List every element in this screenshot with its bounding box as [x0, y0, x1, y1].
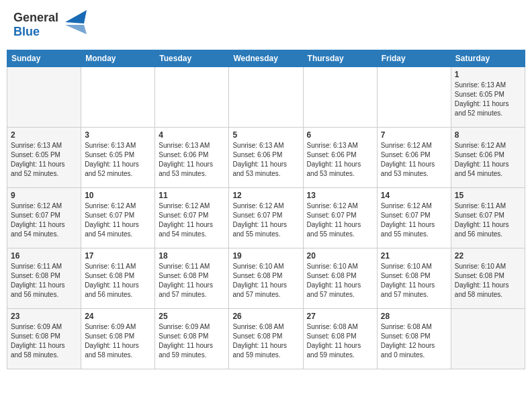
calendar-body: 1Sunrise: 6:13 AM Sunset: 6:05 PM Daylig…	[7, 67, 525, 369]
day-number: 24	[85, 312, 151, 321]
weekday-header-wednesday: Wednesday	[229, 50, 303, 67]
day-info: Sunrise: 6:12 AM Sunset: 6:07 PM Dayligh…	[85, 201, 151, 239]
calendar-cell: 28Sunrise: 6:08 AM Sunset: 6:08 PM Dayli…	[377, 309, 451, 369]
calendar-cell: 10Sunrise: 6:12 AM Sunset: 6:07 PM Dayli…	[81, 188, 155, 248]
weekday-header-tuesday: Tuesday	[155, 50, 229, 67]
day-info: Sunrise: 6:13 AM Sunset: 6:05 PM Dayligh…	[85, 141, 151, 179]
day-info: Sunrise: 6:09 AM Sunset: 6:08 PM Dayligh…	[85, 322, 151, 360]
day-info: Sunrise: 6:08 AM Sunset: 6:08 PM Dayligh…	[381, 322, 447, 360]
weekday-header-thursday: Thursday	[303, 50, 377, 67]
day-number: 8	[455, 130, 521, 140]
week-row-5: 23Sunrise: 6:09 AM Sunset: 6:08 PM Dayli…	[7, 309, 525, 369]
day-number: 17	[85, 251, 151, 261]
calendar-cell: 13Sunrise: 6:12 AM Sunset: 6:07 PM Dayli…	[303, 188, 377, 248]
day-info: Sunrise: 6:13 AM Sunset: 6:06 PM Dayligh…	[307, 141, 373, 179]
day-info: Sunrise: 6:13 AM Sunset: 6:05 PM Dayligh…	[455, 81, 521, 118]
weekday-header-friday: Friday	[377, 50, 451, 67]
calendar-cell	[81, 67, 155, 128]
day-number: 6	[307, 130, 373, 140]
calendar-cell: 2Sunrise: 6:13 AM Sunset: 6:05 PM Daylig…	[7, 128, 81, 188]
day-info: Sunrise: 6:12 AM Sunset: 6:07 PM Dayligh…	[11, 201, 77, 239]
logo-text: General Blue	[13, 11, 58, 39]
week-row-4: 16Sunrise: 6:11 AM Sunset: 6:08 PM Dayli…	[7, 248, 525, 309]
day-info: Sunrise: 6:13 AM Sunset: 6:06 PM Dayligh…	[232, 141, 299, 179]
calendar-cell: 16Sunrise: 6:11 AM Sunset: 6:08 PM Dayli…	[7, 248, 81, 309]
day-number: 5	[232, 130, 299, 140]
calendar-cell: 19Sunrise: 6:10 AM Sunset: 6:08 PM Dayli…	[229, 248, 303, 309]
day-number: 13	[307, 191, 373, 200]
calendar-cell: 25Sunrise: 6:09 AM Sunset: 6:08 PM Dayli…	[155, 309, 229, 369]
day-info: Sunrise: 6:11 AM Sunset: 6:07 PM Dayligh…	[455, 201, 521, 239]
day-info: Sunrise: 6:08 AM Sunset: 6:08 PM Dayligh…	[232, 322, 299, 360]
calendar-cell: 6Sunrise: 6:13 AM Sunset: 6:06 PM Daylig…	[303, 128, 377, 188]
calendar-cell: 3Sunrise: 6:13 AM Sunset: 6:05 PM Daylig…	[81, 128, 155, 188]
calendar-cell: 23Sunrise: 6:09 AM Sunset: 6:08 PM Dayli…	[7, 309, 81, 369]
calendar: SundayMondayTuesdayWednesdayThursdayFrid…	[0, 50, 532, 376]
weekday-header-monday: Monday	[81, 50, 155, 67]
day-number: 19	[232, 251, 299, 261]
day-info: Sunrise: 6:11 AM Sunset: 6:08 PM Dayligh…	[11, 262, 77, 300]
calendar-cell: 4Sunrise: 6:13 AM Sunset: 6:06 PM Daylig…	[155, 128, 229, 188]
calendar-cell: 27Sunrise: 6:08 AM Sunset: 6:08 PM Dayli…	[303, 309, 377, 369]
svg-marker-0	[65, 10, 87, 24]
day-number: 26	[232, 312, 299, 321]
day-number: 16	[11, 251, 77, 261]
week-row-1: 1Sunrise: 6:13 AM Sunset: 6:05 PM Daylig…	[7, 67, 525, 128]
calendar-cell	[229, 67, 303, 128]
logo: General Blue	[13, 11, 87, 39]
day-info: Sunrise: 6:09 AM Sunset: 6:08 PM Dayligh…	[11, 322, 77, 360]
day-number: 28	[381, 312, 447, 321]
day-info: Sunrise: 6:09 AM Sunset: 6:08 PM Dayligh…	[159, 322, 225, 360]
calendar-cell: 17Sunrise: 6:11 AM Sunset: 6:08 PM Dayli…	[81, 248, 155, 309]
calendar-cell: 18Sunrise: 6:11 AM Sunset: 6:08 PM Dayli…	[155, 248, 229, 309]
day-info: Sunrise: 6:10 AM Sunset: 6:08 PM Dayligh…	[232, 262, 299, 300]
calendar-cell: 14Sunrise: 6:12 AM Sunset: 6:07 PM Dayli…	[377, 188, 451, 248]
calendar-cell: 5Sunrise: 6:13 AM Sunset: 6:06 PM Daylig…	[229, 128, 303, 188]
day-number: 21	[381, 251, 447, 261]
calendar-cell	[7, 67, 81, 128]
day-number: 2	[11, 130, 77, 140]
svg-marker-1	[65, 25, 87, 34]
day-info: Sunrise: 6:10 AM Sunset: 6:08 PM Dayligh…	[381, 262, 447, 300]
calendar-cell: 7Sunrise: 6:12 AM Sunset: 6:06 PM Daylig…	[377, 128, 451, 188]
calendar-cell	[451, 309, 525, 369]
calendar-cell: 20Sunrise: 6:10 AM Sunset: 6:08 PM Dayli…	[303, 248, 377, 309]
day-number: 15	[455, 191, 521, 200]
calendar-cell: 8Sunrise: 6:12 AM Sunset: 6:06 PM Daylig…	[451, 128, 525, 188]
day-number: 12	[232, 191, 299, 200]
day-number: 11	[159, 191, 225, 200]
calendar-cell: 24Sunrise: 6:09 AM Sunset: 6:08 PM Dayli…	[81, 309, 155, 369]
subtitle	[0, 42, 532, 50]
day-info: Sunrise: 6:11 AM Sunset: 6:08 PM Dayligh…	[85, 262, 151, 300]
day-number: 4	[159, 130, 225, 140]
day-info: Sunrise: 6:11 AM Sunset: 6:08 PM Dayligh…	[159, 262, 225, 300]
day-number: 3	[85, 130, 151, 140]
weekday-header-sunday: Sunday	[7, 50, 81, 67]
day-number: 7	[381, 130, 447, 140]
day-info: Sunrise: 6:12 AM Sunset: 6:06 PM Dayligh…	[455, 141, 521, 179]
week-row-2: 2Sunrise: 6:13 AM Sunset: 6:05 PM Daylig…	[7, 128, 525, 188]
calendar-cell	[377, 67, 451, 128]
calendar-cell: 1Sunrise: 6:13 AM Sunset: 6:05 PM Daylig…	[451, 67, 525, 128]
weekday-header-saturday: Saturday	[451, 50, 525, 67]
calendar-cell: 26Sunrise: 6:08 AM Sunset: 6:08 PM Dayli…	[229, 309, 303, 369]
day-info: Sunrise: 6:13 AM Sunset: 6:05 PM Dayligh…	[11, 141, 77, 179]
calendar-cell: 11Sunrise: 6:12 AM Sunset: 6:07 PM Dayli…	[155, 188, 229, 248]
day-number: 25	[159, 312, 225, 321]
day-info: Sunrise: 6:12 AM Sunset: 6:07 PM Dayligh…	[307, 201, 373, 239]
calendar-cell: 15Sunrise: 6:11 AM Sunset: 6:07 PM Dayli…	[451, 188, 525, 248]
weekday-header-row: SundayMondayTuesdayWednesdayThursdayFrid…	[7, 50, 525, 67]
day-info: Sunrise: 6:13 AM Sunset: 6:06 PM Dayligh…	[159, 141, 225, 179]
calendar-table: SundayMondayTuesdayWednesdayThursdayFrid…	[7, 50, 525, 369]
day-info: Sunrise: 6:12 AM Sunset: 6:07 PM Dayligh…	[381, 201, 447, 239]
calendar-cell: 9Sunrise: 6:12 AM Sunset: 6:07 PM Daylig…	[7, 188, 81, 248]
day-info: Sunrise: 6:12 AM Sunset: 6:07 PM Dayligh…	[232, 201, 299, 239]
day-number: 9	[11, 191, 77, 200]
header: General Blue	[0, 0, 532, 42]
day-number: 20	[307, 251, 373, 261]
logo-wing-icon	[60, 10, 87, 34]
calendar-cell: 12Sunrise: 6:12 AM Sunset: 6:07 PM Dayli…	[229, 188, 303, 248]
day-number: 27	[307, 312, 373, 321]
day-info: Sunrise: 6:12 AM Sunset: 6:06 PM Dayligh…	[381, 141, 447, 179]
day-info: Sunrise: 6:12 AM Sunset: 6:07 PM Dayligh…	[159, 201, 225, 239]
